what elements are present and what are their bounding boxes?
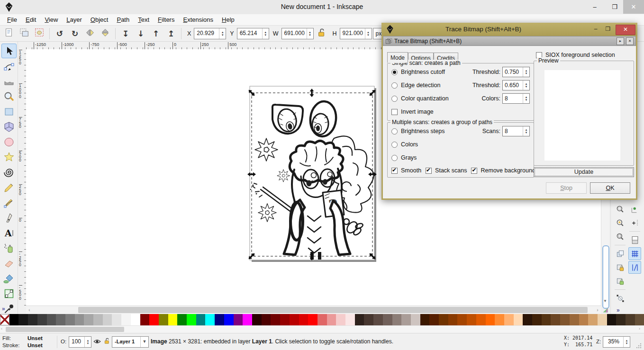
snap-node-button[interactable]: [628, 203, 641, 215]
dialog-maximize-button[interactable]: ❒: [602, 25, 614, 34]
raise-to-top-button[interactable]: ↥: [164, 27, 178, 41]
remove-background-checkbox[interactable]: [471, 168, 477, 174]
tool-tweak[interactable]: [1, 74, 17, 89]
invert-image-checkbox[interactable]: [391, 109, 398, 115]
unlock-object-button[interactable]: [614, 275, 626, 287]
swatch[interactable]: [103, 314, 112, 325]
zoom-page-button[interactable]: [614, 230, 626, 243]
tool-spiral[interactable]: [1, 165, 17, 179]
minimize-button[interactable]: –: [587, 0, 603, 14]
swatch[interactable]: [345, 314, 355, 325]
tool-rectangle[interactable]: [1, 104, 17, 119]
threshold-input[interactable]: 0.750▲▼: [502, 67, 530, 77]
toolbox-overflow-chevron[interactable]: »: [2, 305, 5, 312]
swatch[interactable]: [28, 314, 37, 325]
layer-visibility-icon[interactable]: [93, 337, 101, 347]
zoom-drawing-button[interactable]: [614, 216, 626, 229]
swatch-none[interactable]: [0, 314, 9, 325]
tool-gradient[interactable]: [1, 286, 17, 301]
swatch[interactable]: [476, 314, 486, 325]
swatch[interactable]: [252, 314, 262, 325]
swatch[interactable]: [336, 314, 345, 325]
tool-ellipse[interactable]: [1, 135, 17, 149]
swatch[interactable]: [448, 314, 458, 325]
tool-text[interactable]: A: [1, 225, 17, 240]
dialog-minimize-button[interactable]: –: [590, 25, 601, 34]
swatch[interactable]: [196, 314, 206, 325]
zoom-selection-button[interactable]: [614, 203, 626, 215]
lower-button[interactable]: ↓: [134, 27, 148, 41]
swatch[interactable]: [411, 314, 420, 325]
swatch[interactable]: [37, 314, 47, 325]
close-button[interactable]: ✕: [623, 0, 644, 14]
snap-guides-button[interactable]: [628, 261, 641, 274]
palette-scroll-right-icon[interactable]: ›: [639, 326, 640, 331]
opacity-input[interactable]: 100▲▼: [69, 336, 91, 348]
swatch[interactable]: [532, 314, 542, 325]
snap-page-button[interactable]: [628, 233, 641, 246]
menu-layer[interactable]: Layer: [62, 15, 86, 25]
swatch[interactable]: [234, 314, 243, 325]
swatch[interactable]: [616, 314, 626, 325]
swatch[interactable]: [131, 314, 140, 325]
swatch[interactable]: [121, 314, 131, 325]
snapbar-overflow-chevron[interactable]: »: [617, 307, 620, 314]
flip-horizontal-button[interactable]: [83, 27, 97, 41]
swatch[interactable]: [598, 314, 607, 325]
swatch[interactable]: [626, 314, 635, 325]
swatch[interactable]: [317, 314, 327, 325]
dialog-titlebar[interactable]: Trace Bitmap (Shift+Alt+B) – ❒ ✕: [381, 23, 637, 36]
rotate-ccw-button[interactable]: ↺: [53, 27, 67, 41]
ok-button[interactable]: OK: [590, 182, 630, 194]
lock-object-button[interactable]: [614, 261, 626, 274]
menu-view[interactable]: View: [40, 15, 62, 25]
swatch[interactable]: [47, 314, 56, 325]
tool-pen[interactable]: [1, 195, 17, 210]
swatch[interactable]: [9, 314, 19, 325]
snap-intersection-button[interactable]: [628, 216, 641, 229]
swatch[interactable]: [523, 314, 532, 325]
swatch[interactable]: [495, 314, 504, 325]
stop-button[interactable]: Stop: [546, 182, 587, 194]
swatch[interactable]: [159, 314, 168, 325]
zoom-input[interactable]: 35%▲▼: [603, 336, 630, 348]
snap-grid-button[interactable]: [628, 247, 641, 260]
swatch[interactable]: [271, 314, 280, 325]
swatch[interactable]: [373, 314, 383, 325]
swatch[interactable]: [327, 314, 336, 325]
swatch[interactable]: [18, 314, 28, 325]
swatch[interactable]: [224, 314, 234, 325]
tool-star[interactable]: [1, 150, 17, 164]
swatch[interactable]: [140, 314, 150, 325]
stack-scans-checkbox[interactable]: [426, 168, 432, 174]
select-all-button[interactable]: [2, 27, 16, 41]
layer-lock-icon[interactable]: [103, 337, 111, 346]
swatch[interactable]: [262, 314, 271, 325]
swatch[interactable]: [56, 314, 65, 325]
height-input[interactable]: 921.000▲▼: [340, 28, 372, 39]
swatch[interactable]: [383, 314, 392, 325]
swatch[interactable]: [177, 314, 187, 325]
color-management-icon[interactable]: [602, 306, 609, 314]
menu-edit[interactable]: Edit: [21, 15, 40, 25]
palette-scrollbar[interactable]: ‹ ›: [0, 325, 644, 333]
swatch[interactable]: [112, 314, 121, 325]
swatch[interactable]: [457, 314, 467, 325]
colors-input[interactable]: 8▲▼: [502, 93, 530, 104]
menu-help[interactable]: Help: [218, 15, 239, 25]
swatch[interactable]: [607, 314, 617, 325]
swatch[interactable]: [429, 314, 439, 325]
swatch[interactable]: [149, 314, 159, 325]
smooth-checkbox[interactable]: [391, 168, 398, 174]
radio-brightness-steps[interactable]: [391, 128, 398, 135]
swatch[interactable]: [187, 314, 196, 325]
swatch[interactable]: [308, 314, 317, 325]
x-input[interactable]: 20.929▲▼: [194, 28, 226, 39]
swatch[interactable]: [504, 314, 514, 325]
menu-filters[interactable]: Filters: [154, 15, 179, 25]
swatch[interactable]: [551, 314, 560, 325]
swatch[interactable]: [467, 314, 476, 325]
swatch[interactable]: [280, 314, 290, 325]
swatch[interactable]: [364, 314, 373, 325]
tool-calligraphy[interactable]: [1, 210, 17, 225]
